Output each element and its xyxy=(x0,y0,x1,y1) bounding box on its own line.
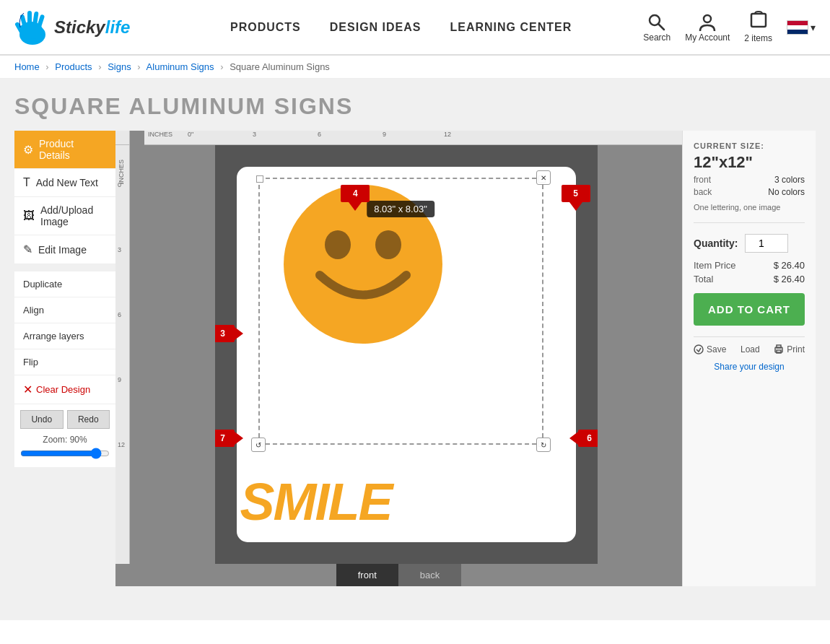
sidebar-flip[interactable]: Flip xyxy=(14,349,115,375)
ruler-left-6: 6 xyxy=(118,311,121,318)
canvas-main-row: INCHES 0" 3 6 9 12 xyxy=(115,145,682,564)
back-label: back xyxy=(694,187,712,197)
clear-icon: ✕ xyxy=(23,383,32,396)
badge-3-box: 3 xyxy=(215,325,235,342)
ruler-corner xyxy=(115,131,130,145)
add-image-label: Add/Upload Image xyxy=(40,204,107,227)
arrow-3-indicator: 3 xyxy=(215,325,243,342)
arrow-7-indicator: 7 xyxy=(215,430,243,447)
account-label: My Account xyxy=(685,32,730,43)
undo-button[interactable]: Undo xyxy=(20,410,64,429)
ruler-inches-label: INCHES xyxy=(148,131,172,138)
design-canvas[interactable]: SMILE ✕ ↻ ↺ 8 xyxy=(215,145,598,564)
quantity-label: Quantity: xyxy=(694,238,738,249)
search-action[interactable]: Search xyxy=(643,12,670,43)
product-details-label: Product Details xyxy=(39,138,107,161)
breadcrumb-aluminum-signs[interactable]: Aluminum Signs xyxy=(147,61,214,72)
total-value: $ 26.40 xyxy=(774,274,805,284)
ruler-left-0: 0" xyxy=(118,181,123,188)
logo-icon xyxy=(14,7,51,47)
sidebar-add-text[interactable]: T Add New Text xyxy=(14,169,115,197)
badge-6-box: 6 xyxy=(578,430,598,447)
sidebar: ⚙ Product Details T Add New Text 🖼 Add/U… xyxy=(14,131,115,586)
breadcrumb-sep-3: › xyxy=(137,61,140,72)
back-tab[interactable]: back xyxy=(398,564,461,586)
sidebar-clear-design[interactable]: ✕ Clear Design xyxy=(14,375,115,404)
sidebar-duplicate[interactable]: Duplicate xyxy=(14,271,115,297)
svg-point-15 xyxy=(694,345,703,354)
print-action[interactable]: Print xyxy=(774,344,805,354)
flag-dropdown-icon: ▾ xyxy=(811,22,816,33)
sidebar-edit-image[interactable]: ✎ Edit Image 1 xyxy=(14,235,115,264)
canvas-tabs: front back xyxy=(115,564,682,586)
share-design[interactable]: Share your design xyxy=(694,362,805,372)
ruler-mark-6: 6 xyxy=(318,131,321,138)
search-label: Search xyxy=(643,32,670,43)
flip-label: Flip xyxy=(23,357,38,367)
save-icon xyxy=(694,344,704,354)
breadcrumb-current: Square Aluminum Signs xyxy=(230,61,330,72)
sidebar-arrange-layers[interactable]: Arrange layers xyxy=(14,323,115,349)
load-action[interactable]: Load xyxy=(741,344,760,354)
logo-area: Stickylife xyxy=(14,7,159,47)
flag-area[interactable]: ▾ xyxy=(787,20,816,35)
breadcrumb-products[interactable]: Products xyxy=(55,61,92,72)
badge-7-box: 7 xyxy=(215,430,235,447)
redo-button[interactable]: Redo xyxy=(67,410,110,429)
arrow-6-indicator: 6 xyxy=(569,430,598,447)
badge-5: 5 xyxy=(567,185,585,202)
current-size-section: CURRENT SIZE: 12"x12" front 3 colors bac… xyxy=(694,142,805,223)
current-size-label: CURRENT SIZE: xyxy=(694,142,805,150)
back-color-row: back No colors xyxy=(694,187,805,197)
cart-action[interactable]: 2 items xyxy=(744,11,772,43)
account-icon xyxy=(697,12,717,32)
badge-6: 6 xyxy=(581,430,598,447)
add-to-cart-button[interactable]: ADD TO CART xyxy=(694,293,805,326)
edit-icon: ✎ xyxy=(23,243,32,256)
front-tab[interactable]: front xyxy=(336,564,398,586)
quantity-input[interactable] xyxy=(745,234,788,253)
flag-icon xyxy=(787,20,808,35)
svg-rect-17 xyxy=(777,345,781,348)
logo-life: life xyxy=(105,17,131,37)
page-title: SQUARE ALUMINUM SIGNS xyxy=(14,93,816,120)
clear-design-label: Clear Design xyxy=(36,384,90,395)
ruler-left-12: 12 xyxy=(118,441,125,448)
sidebar-product-details[interactable]: ⚙ Product Details xyxy=(14,131,115,169)
svg-point-14 xyxy=(375,230,401,259)
print-label: Print xyxy=(787,344,805,354)
svg-point-6 xyxy=(19,22,43,39)
duplicate-label: Duplicate xyxy=(23,279,62,290)
breadcrumb-home[interactable]: Home xyxy=(14,61,40,72)
cart-icon xyxy=(748,11,769,31)
breadcrumb: Home › Products › Signs › Aluminum Signs… xyxy=(0,56,830,79)
ruler-mark-3: 3 xyxy=(253,131,256,138)
text-icon: T xyxy=(23,176,30,189)
search-icon xyxy=(647,12,667,32)
ruler-mark-9: 9 xyxy=(383,131,386,138)
front-color-row: front 3 colors xyxy=(694,175,805,185)
cart-label: 2 items xyxy=(744,33,772,43)
breadcrumb-signs[interactable]: Signs xyxy=(108,61,131,72)
zoom-slider[interactable] xyxy=(20,448,110,459)
sidebar-add-image[interactable]: 🖼 Add/Upload Image xyxy=(14,197,115,235)
sidebar-align[interactable]: Align xyxy=(14,297,115,323)
current-size-value: 12"x12" xyxy=(694,153,805,172)
breadcrumb-sep-2: › xyxy=(98,61,101,72)
nav-learning-center[interactable]: LEARNING CENTER xyxy=(450,21,572,34)
load-label: Load xyxy=(741,344,760,354)
sign-background: SMILE xyxy=(237,167,576,542)
badge-5-box: 5 xyxy=(562,185,590,202)
ruler-left-9: 9 xyxy=(118,376,121,383)
save-action[interactable]: Save xyxy=(694,344,726,354)
breadcrumb-sep-1: › xyxy=(45,61,48,72)
ruler-mark-0: 0" xyxy=(188,131,193,138)
add-text-label: Add New Text xyxy=(36,177,98,188)
nav-design-ideas[interactable]: DESIGN IDEAS xyxy=(330,21,421,34)
account-action[interactable]: My Account xyxy=(685,12,730,43)
one-lettering-note: One lettering, one image xyxy=(694,203,805,212)
front-colors: 3 colors xyxy=(774,175,805,185)
right-panel: CURRENT SIZE: 12"x12" front 3 colors bac… xyxy=(682,131,816,586)
nav-products[interactable]: PRODUCTS xyxy=(230,21,301,34)
save-label: Save xyxy=(707,344,726,354)
